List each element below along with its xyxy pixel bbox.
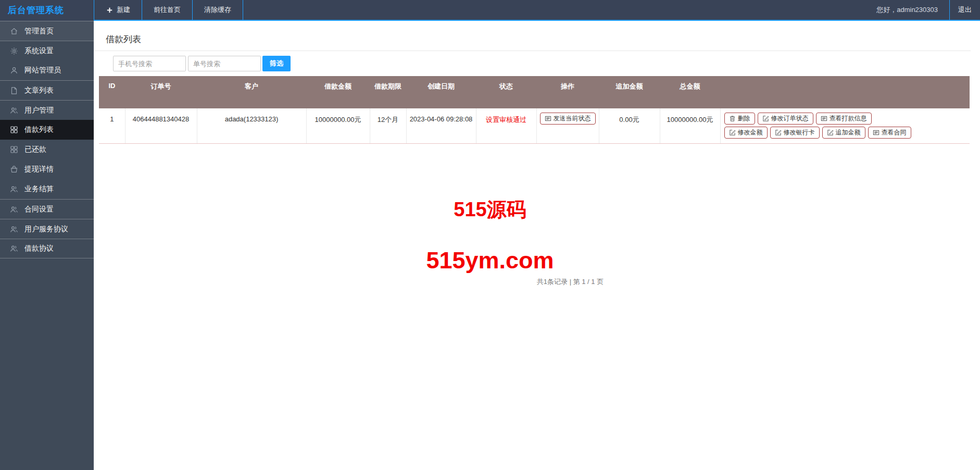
sidebar-item-label: 用户管理 (24, 106, 54, 115)
column-header-status: 状态 (476, 76, 536, 108)
list-icon (821, 115, 827, 122)
pagination: 共1条记录 | 第 1 / 1 页 (94, 277, 980, 287)
sidebar: 管理首页 系统设置 网站管理员 文章列表 用户管理 借款列表 已还款 提现详情 … (0, 21, 94, 470)
cell-total-amount: 10000000.00元 (660, 108, 720, 143)
app-logo: 后台管理系统 (0, 0, 94, 21)
grid-icon (10, 126, 18, 134)
edit-icon (775, 129, 782, 136)
topbar: 后台管理系统 新建 前往首页 清除缓存 您好，admin230303 退出 (0, 0, 980, 21)
view-payment-info-button[interactable]: 查看打款信息 (816, 113, 872, 125)
status-text: 设置审核通过 (476, 108, 536, 143)
cell-created-date: 2023-04-06 09:28:08 (406, 108, 476, 143)
topbar-user-area: 您好，admin230303 退出 (876, 0, 980, 20)
modify-bank-card-button[interactable]: 修改银行卡 (770, 127, 820, 139)
sidebar-item-label: 提现详情 (24, 165, 54, 174)
filter-bar: 筛选 (113, 56, 980, 71)
sidebar-item-admin-home[interactable]: 管理首页 (0, 21, 94, 41)
clear-cache-label: 清除缓存 (204, 5, 231, 15)
sidebar-item-label: 网站管理员 (24, 66, 61, 75)
modify-amount-button[interactable]: 修改金额 (724, 127, 768, 139)
users-icon (10, 244, 18, 253)
column-header-loan-amount: 借款金额 (306, 76, 370, 108)
sidebar-item-user-service-agreement[interactable]: 用户服务协议 (0, 219, 94, 239)
cell-id: 1 (99, 108, 125, 143)
watermark-url: 515ym.com (426, 247, 554, 274)
cell-extra-amount: 0.00元 (599, 108, 660, 143)
modify-order-status-label: 修改订单状态 (771, 114, 809, 123)
modify-bank-card-label: 修改银行卡 (784, 128, 815, 137)
column-header-id: ID (99, 76, 125, 108)
gear-icon (10, 47, 18, 55)
delete-button[interactable]: 删除 (724, 113, 755, 125)
new-button[interactable]: 新建 (94, 0, 142, 20)
table-row: 1 406444881340428 adada(12333123) 100000… (99, 108, 970, 143)
list-icon (873, 129, 880, 136)
bag-icon (10, 165, 18, 174)
users-icon (10, 106, 18, 115)
cell-loan-amount: 10000000.00元 (306, 108, 370, 143)
trash-icon (729, 115, 736, 122)
topbar-main: 新建 前往首页 清除缓存 您好，admin230303 退出 (94, 0, 980, 21)
view-contract-label: 查看合同 (882, 128, 907, 137)
plus-icon (106, 6, 114, 14)
user-icon (10, 66, 18, 75)
home-icon (10, 27, 18, 35)
table-header-row: ID 订单号 客户 借款金额 借款期限 创建日期 状态 操作 追加金额 总金额 (99, 76, 970, 108)
delete-label: 删除 (738, 114, 750, 123)
add-amount-button[interactable]: 追加金额 (822, 127, 865, 139)
modify-amount-label: 修改金额 (738, 128, 763, 137)
logout-button[interactable]: 退出 (950, 0, 980, 20)
column-header-order-no: 订单号 (125, 76, 197, 108)
view-payment-info-label: 查看打款信息 (830, 114, 867, 123)
cell-loan-term: 12个月 (370, 108, 406, 143)
sidebar-item-label: 借款列表 (24, 125, 54, 134)
page-title: 借款列表 (106, 33, 960, 45)
modify-order-status-button[interactable]: 修改订单状态 (758, 113, 813, 125)
column-header-customer: 客户 (197, 76, 306, 108)
column-header-created-date: 创建日期 (406, 76, 476, 108)
go-homepage-label: 前往首页 (154, 5, 181, 15)
column-header-operation: 操作 (536, 76, 599, 108)
sidebar-item-label: 文章列表 (24, 86, 54, 95)
users-icon (10, 225, 18, 233)
sidebar-item-contract-settings[interactable]: 合同设置 (0, 199, 94, 219)
users-icon (10, 205, 18, 214)
sidebar-item-label: 业务结算 (24, 184, 54, 194)
add-amount-label: 追加金额 (836, 128, 861, 137)
cell-operation: 发送当前状态 (536, 108, 599, 143)
send-current-status-button[interactable]: 发送当前状态 (540, 113, 596, 125)
sidebar-item-label: 管理首页 (24, 27, 54, 36)
clear-cache-button[interactable]: 清除缓存 (192, 0, 243, 20)
edit-icon (762, 115, 769, 122)
main-content: 借款列表 筛选 ID 订单号 客户 借款金额 借款期限 创建日期 状态 操作 追… (94, 21, 980, 470)
go-homepage-button[interactable]: 前往首页 (142, 0, 192, 20)
user-greeting: 您好，admin230303 (876, 0, 949, 20)
sidebar-item-site-admin[interactable]: 网站管理员 (0, 60, 94, 80)
sidebar-item-loan-agreement[interactable]: 借款协议 (0, 239, 94, 258)
phone-search-input[interactable] (113, 56, 186, 71)
column-header-actions (720, 76, 970, 108)
grid-icon (10, 145, 18, 154)
topbar-nav: 新建 前往首页 清除缓存 (94, 0, 243, 20)
cell-customer: adada(12333123) (197, 108, 306, 143)
sidebar-item-user-management[interactable]: 用户管理 (0, 100, 94, 120)
sidebar-item-article-list[interactable]: 文章列表 (0, 80, 94, 100)
sidebar-item-system-settings[interactable]: 系统设置 (0, 41, 94, 60)
users-icon (10, 185, 18, 193)
watermark-text: 515源码 (454, 196, 526, 223)
new-button-label: 新建 (117, 5, 130, 15)
sidebar-item-withdrawal-details[interactable]: 提现详情 (0, 159, 94, 179)
order-search-input[interactable] (188, 56, 261, 71)
sidebar-item-repaid[interactable]: 已还款 (0, 140, 94, 159)
send-current-status-label: 发送当前状态 (554, 114, 591, 123)
sidebar-item-loan-list[interactable]: 借款列表 (0, 120, 94, 140)
sidebar-item-label: 用户服务协议 (24, 225, 68, 234)
view-contract-button[interactable]: 查看合同 (868, 127, 911, 139)
column-header-total-amount: 总金额 (660, 76, 720, 108)
edit-icon (729, 129, 736, 136)
column-header-loan-term: 借款期限 (370, 76, 406, 108)
document-icon (10, 86, 18, 95)
sidebar-item-business-settlement[interactable]: 业务结算 (0, 179, 94, 199)
cell-order-no: 406444881340428 (125, 108, 197, 143)
filter-button[interactable]: 筛选 (262, 56, 291, 71)
